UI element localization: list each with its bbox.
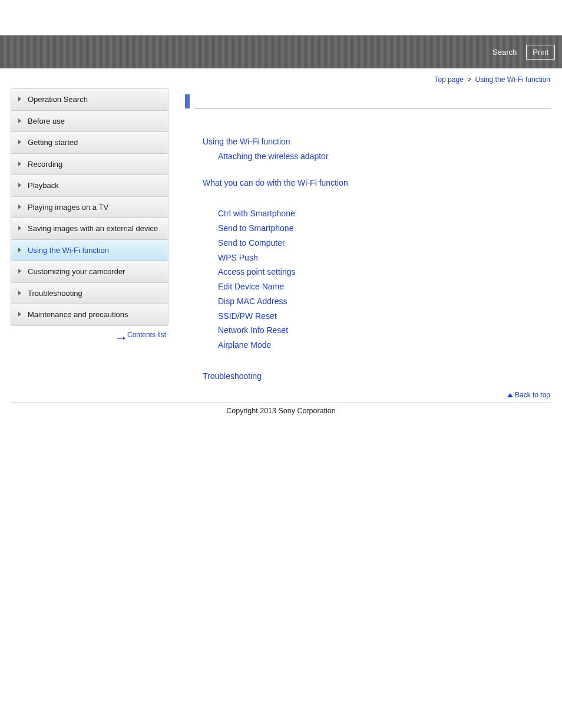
link-g2-0[interactable]: What you can do with the Wi-Fi function <box>203 176 348 190</box>
chevron-right-icon <box>18 269 21 274</box>
sidebar-item-label: Operation Search <box>28 95 88 104</box>
sidebar-item-0[interactable]: Operation Search <box>11 89 168 111</box>
link-g3-3[interactable]: WPS Push <box>218 251 258 265</box>
heading-accent-bar <box>185 94 190 108</box>
link-g3-1[interactable]: Send to Smartphone <box>218 221 293 236</box>
chevron-right-icon <box>18 140 21 144</box>
sidebar-item-8[interactable]: Customizing your camcorder <box>11 261 168 283</box>
link-g3-6[interactable]: Disp MAC Address <box>218 294 287 309</box>
chevron-right-icon <box>18 205 21 209</box>
link-g3-8[interactable]: Network Info Reset <box>218 323 288 338</box>
sidebar-item-label: Troubleshooting <box>28 289 82 298</box>
sidebar-item-5[interactable]: Playing images on a TV <box>11 197 168 219</box>
chevron-right-icon <box>18 248 21 252</box>
link-g3-4[interactable]: Access point settings <box>218 265 296 279</box>
sidebar-item-label: Recording <box>28 160 62 169</box>
search-button[interactable]: Search <box>487 45 523 59</box>
arrow-right-icon <box>117 334 125 337</box>
main-content: Using the Wi-Fi function Attaching the w… <box>168 88 551 388</box>
chevron-right-icon <box>18 291 21 295</box>
link-g3-9[interactable]: Airplane Mode <box>218 338 271 353</box>
sidebar-item-4[interactable]: Playback <box>11 175 168 197</box>
breadcrumb-current: Using the Wi-Fi function <box>475 75 550 84</box>
link-g1-0[interactable]: Attaching the wireless adaptor <box>218 149 329 164</box>
triangle-up-icon <box>507 393 513 397</box>
sidebar-item-6[interactable]: Saving images with an external device <box>11 218 168 240</box>
sidebar-item-label: Before use <box>28 117 65 126</box>
back-to-top-row: Back to top <box>0 388 562 403</box>
chevron-right-icon <box>18 97 21 101</box>
chevron-right-icon <box>18 118 21 123</box>
breadcrumb-separator: > <box>467 75 471 84</box>
breadcrumb-top-link[interactable]: Top page <box>435 75 464 84</box>
sidebar-item-10[interactable]: Maintenance and precautions <box>11 304 168 325</box>
link-g3-7[interactable]: SSID/PW Reset <box>218 309 277 324</box>
contents-list-row: Contents list <box>11 326 168 339</box>
chevron-right-icon <box>18 183 21 187</box>
sidebar-item-label: Using the Wi-Fi function <box>28 246 109 255</box>
chevron-right-icon <box>18 312 21 317</box>
copyright-text: Copyright 2013 Sony Corporation <box>0 403 562 433</box>
back-to-top-link[interactable]: Back to top <box>515 391 550 399</box>
svg-marker-1 <box>123 337 125 340</box>
page-number: 8 <box>0 433 562 729</box>
link-g4-0[interactable]: Troubleshooting <box>203 369 262 384</box>
sidebar-item-label: Playback <box>28 181 59 190</box>
sidebar-item-label: Customizing your camcorder <box>28 267 125 276</box>
header-bar: Search Print <box>0 35 562 68</box>
chevron-right-icon <box>18 226 21 230</box>
sidebar-item-2[interactable]: Getting started <box>11 132 168 154</box>
sidebar-item-label: Getting started <box>28 138 78 147</box>
breadcrumb: Top page > Using the Wi-Fi function <box>0 68 562 88</box>
link-section-title[interactable]: Using the Wi-Fi function <box>203 134 290 149</box>
sidebar: Operation SearchBefore useGetting starte… <box>11 88 168 326</box>
link-g3-2[interactable]: Send to Computer <box>218 236 285 251</box>
sidebar-item-label: Maintenance and precautions <box>28 310 128 319</box>
contents-list-link[interactable]: Contents list <box>127 331 166 339</box>
sidebar-item-1[interactable]: Before use <box>11 111 168 133</box>
sidebar-item-9[interactable]: Troubleshooting <box>11 283 168 305</box>
heading-underline <box>194 94 551 108</box>
sidebar-item-7[interactable]: Using the Wi-Fi function <box>11 240 168 262</box>
link-g3-5[interactable]: Edit Device Name <box>218 279 284 294</box>
link-g3-0[interactable]: Ctrl with Smartphone <box>218 206 295 221</box>
chevron-right-icon <box>18 162 21 166</box>
sidebar-item-label: Playing images on a TV <box>28 203 108 212</box>
sidebar-item-3[interactable]: Recording <box>11 154 168 176</box>
print-button[interactable]: Print <box>526 45 555 60</box>
sidebar-item-label: Saving images with an external device <box>28 224 158 233</box>
